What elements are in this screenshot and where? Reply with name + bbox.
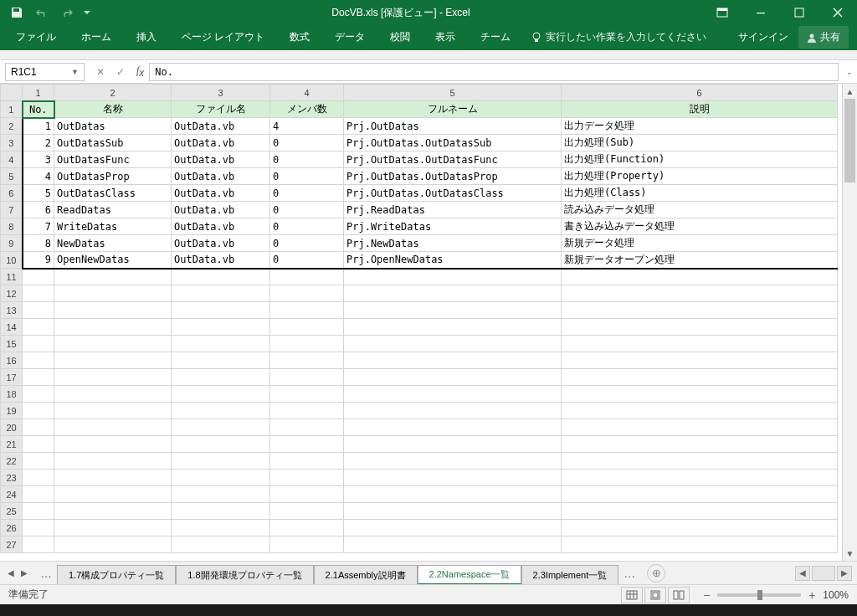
cell[interactable] (270, 520, 344, 536)
cell[interactable]: 出力データ処理 (562, 118, 838, 135)
cell[interactable] (270, 536, 344, 553)
row-header[interactable]: 14 (1, 319, 23, 336)
cell[interactable] (54, 285, 172, 302)
signin-link[interactable]: サインイン (728, 24, 798, 50)
cell[interactable] (270, 352, 344, 369)
cell[interactable] (23, 319, 54, 336)
cell[interactable] (54, 269, 172, 285)
cell[interactable] (54, 336, 172, 352)
cell[interactable] (54, 520, 172, 536)
cell[interactable]: 読み込みデータ処理 (562, 202, 838, 218)
cell[interactable]: 出力処理(Function) (562, 151, 838, 168)
formula-input[interactable] (155, 66, 833, 78)
cell[interactable] (270, 302, 344, 319)
cell[interactable]: 3 (23, 151, 54, 168)
cell[interactable] (54, 419, 172, 436)
tab-team[interactable]: チーム (468, 24, 523, 50)
cell[interactable] (344, 269, 562, 285)
cell[interactable] (23, 536, 54, 553)
cell[interactable]: 0 (270, 185, 344, 202)
cell[interactable]: 1 (23, 118, 54, 135)
cell[interactable] (562, 319, 838, 336)
tab-insert[interactable]: 挿入 (124, 24, 169, 50)
cell[interactable] (23, 503, 54, 520)
cell[interactable] (172, 419, 270, 436)
cell[interactable] (172, 319, 270, 336)
cell[interactable] (270, 503, 344, 520)
cell[interactable] (172, 369, 270, 386)
tab-overflow-left[interactable]: … (35, 567, 57, 580)
row-header[interactable]: 5 (1, 168, 23, 185)
cell[interactable] (23, 453, 54, 470)
cell[interactable]: 0 (270, 218, 344, 235)
cell[interactable]: OutData.vb (172, 168, 270, 185)
row-header[interactable]: 26 (1, 520, 23, 536)
cell-header-file[interactable]: ファイル名 (172, 101, 270, 118)
row-header[interactable]: 22 (1, 453, 23, 470)
cell[interactable] (344, 369, 562, 386)
name-box-input[interactable] (11, 66, 61, 78)
col-header[interactable]: 1 (23, 85, 54, 101)
col-header[interactable]: 4 (270, 85, 344, 101)
cell[interactable] (562, 453, 838, 470)
cell[interactable]: Prj.WriteDatas (344, 218, 562, 235)
row-header[interactable]: 1 (1, 101, 23, 118)
cell[interactable] (23, 470, 54, 486)
cell[interactable] (270, 403, 344, 419)
cell[interactable] (54, 436, 172, 453)
row-header[interactable]: 23 (1, 470, 23, 486)
col-header[interactable]: 3 (172, 85, 270, 101)
cell[interactable] (172, 520, 270, 536)
cell[interactable] (344, 453, 562, 470)
row-header[interactable]: 18 (1, 386, 23, 403)
cell[interactable] (344, 285, 562, 302)
cell[interactable] (172, 536, 270, 553)
cell[interactable]: 4 (23, 168, 54, 185)
cell[interactable] (23, 336, 54, 352)
cell[interactable] (344, 352, 562, 369)
expand-formula-bar-button[interactable]: ⌄ (842, 68, 857, 76)
cell[interactable] (344, 302, 562, 319)
cell[interactable] (54, 386, 172, 403)
scroll-up-button[interactable]: ▲ (843, 84, 857, 99)
insert-function-button[interactable]: fx (136, 64, 144, 79)
cell[interactable]: 0 (270, 168, 344, 185)
cell[interactable]: Prj.OutDatas.OutDatasFunc (344, 151, 562, 168)
cancel-formula-button[interactable]: ✕ (91, 63, 110, 81)
zoom-slider[interactable] (717, 593, 801, 597)
cell[interactable]: OutData.vb (172, 252, 270, 269)
minimize-button[interactable] (742, 0, 780, 25)
cell[interactable] (172, 486, 270, 503)
cell[interactable] (54, 403, 172, 419)
cell[interactable]: Prj.ReadDatas (344, 202, 562, 218)
row-header[interactable]: 7 (1, 202, 23, 218)
grid-scroll-area[interactable]: 1 2 3 4 5 6 1 No. 名称 ファイル名 メンバ数 フルネーム 説明… (0, 84, 842, 561)
sheet-tab[interactable]: 2.3Implement一覧 (521, 565, 619, 585)
cell[interactable] (344, 403, 562, 419)
cell[interactable] (172, 302, 270, 319)
cell[interactable]: OutData.vb (172, 118, 270, 135)
name-box-dropdown[interactable]: ▼ (71, 68, 79, 76)
tab-home[interactable]: ホーム (69, 24, 124, 50)
cell[interactable] (344, 486, 562, 503)
cell[interactable] (562, 436, 838, 453)
maximize-button[interactable] (780, 0, 819, 25)
cell[interactable] (270, 336, 344, 352)
cell[interactable] (270, 319, 344, 336)
cell[interactable] (344, 436, 562, 453)
cell[interactable]: 書き込み込みデータ処理 (562, 218, 838, 235)
zoom-slider-thumb[interactable] (757, 590, 762, 600)
cell[interactable] (270, 419, 344, 436)
tab-pagelayout[interactable]: ページ レイアウト (169, 24, 277, 50)
cell[interactable] (172, 352, 270, 369)
row-header[interactable]: 4 (1, 151, 23, 168)
row-header[interactable]: 16 (1, 352, 23, 369)
name-box[interactable]: ▼ (5, 63, 85, 81)
tab-formulas[interactable]: 数式 (277, 24, 322, 50)
cell[interactable] (172, 285, 270, 302)
col-header[interactable]: 5 (344, 85, 562, 101)
tell-me-search[interactable]: 実行したい作業を入力してください (523, 24, 715, 50)
cell[interactable]: 新規データ処理 (562, 235, 838, 252)
hscroll-right-button[interactable]: ▶ (837, 566, 852, 581)
row-header[interactable]: 9 (1, 235, 23, 252)
